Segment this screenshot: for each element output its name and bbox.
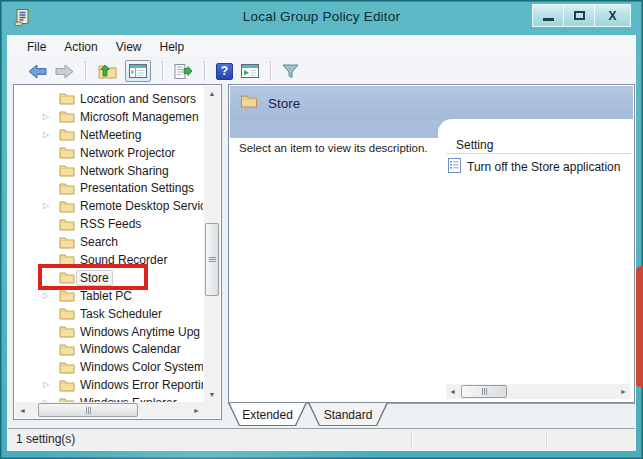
menu-bar: File Action View Help	[8, 36, 635, 58]
folder-icon	[59, 289, 75, 302]
scrollbar-thumb[interactable]	[205, 223, 219, 296]
tree-item[interactable]: Search	[15, 233, 203, 251]
tree-item-label: Windows Anytime Upg	[80, 325, 200, 339]
folder-icon	[59, 146, 75, 159]
scrollbar-corner	[204, 402, 220, 418]
results-pane: Store Setting	[228, 84, 635, 403]
tab-standard[interactable]: Standard	[308, 403, 388, 426]
description-hint: Select an item to view its description.	[239, 142, 438, 154]
tree-item-label: Microsoft Managemen	[80, 110, 199, 124]
close-button[interactable]: X	[595, 5, 630, 26]
tab-extended-label: Extended	[228, 403, 307, 426]
console-tree-pane: Location and Sensors Microsoft Managemen	[13, 84, 222, 420]
tree-item[interactable]: Presentation Settings	[15, 179, 203, 197]
settings-list-panel: Setting Turn off the Stor	[438, 119, 633, 401]
tree-item[interactable]: NetMeeting	[15, 126, 203, 144]
forward-arrow-icon	[55, 64, 74, 79]
menu-file[interactable]: File	[18, 37, 55, 57]
help-icon: ?	[216, 63, 233, 80]
column-header-underline	[446, 153, 631, 154]
menu-view[interactable]: View	[107, 37, 151, 57]
tree-item-label: Search	[80, 235, 118, 249]
tree-item[interactable]: Remote Desktop Servic	[15, 197, 203, 215]
status-divider	[546, 431, 547, 448]
help-button[interactable]: ?	[216, 63, 233, 80]
scroll-left-icon[interactable]: ◄	[15, 402, 30, 418]
folder-icon	[59, 379, 75, 392]
tree-list: Location and Sensors Microsoft Managemen	[15, 86, 203, 402]
toolbar-separator	[204, 61, 205, 81]
export-list-button[interactable]	[174, 64, 193, 79]
show-hide-console-tree-button[interactable]	[125, 60, 151, 82]
status-bar: 1 setting(s)	[8, 428, 635, 450]
tree-item-label: Network Sharing	[80, 164, 169, 178]
tab-extended[interactable]: Extended	[228, 403, 307, 426]
folder-icon	[59, 361, 75, 374]
scroll-right-icon[interactable]: ►	[617, 384, 630, 399]
scroll-right-icon[interactable]: ►	[189, 402, 204, 418]
export-list-icon	[174, 64, 193, 79]
window-content: File Action View Help	[8, 36, 635, 450]
folder-icon	[59, 92, 75, 105]
maximize-icon	[574, 11, 585, 20]
tree-item[interactable]: Location and Sensors	[15, 90, 203, 108]
titlebar[interactable]: Local Group Policy Editor X	[0, 0, 643, 36]
status-divider	[411, 431, 412, 448]
tree-item[interactable]: Windows Explorer	[15, 394, 203, 402]
folder-icon	[59, 128, 75, 141]
tree-item-label: NetMeeting	[80, 128, 141, 142]
filter-button[interactable]	[282, 64, 299, 79]
scrollbar-thumb[interactable]	[38, 403, 138, 417]
tree-vertical-scrollbar[interactable]: ▲ ▼	[204, 86, 220, 402]
scroll-left-icon[interactable]: ◄	[446, 384, 459, 399]
folder-icon	[59, 236, 75, 249]
expand-icon[interactable]	[43, 202, 59, 210]
folder-icon	[59, 343, 75, 356]
tree-item[interactable]: Task Scheduler	[15, 305, 203, 323]
settings-horizontal-scrollbar[interactable]: ◄ ►	[446, 384, 630, 399]
maximize-button[interactable]	[564, 5, 595, 26]
tree-item[interactable]: Windows Error Reportin	[15, 376, 203, 394]
minimize-button[interactable]	[533, 5, 564, 26]
tree-item-label: Windows Color System	[80, 360, 203, 374]
tree-item-label: Presentation Settings	[80, 181, 194, 195]
window-controls: X	[532, 4, 631, 27]
tree-item[interactable]: Network Projector	[15, 144, 203, 162]
results-pane-title: Store	[268, 96, 300, 111]
forward-button[interactable]	[55, 64, 74, 79]
tree-item-label: Tablet PC	[80, 289, 132, 303]
show-properties-window-button[interactable]	[241, 64, 259, 78]
tree-item[interactable]: Network Sharing	[15, 162, 203, 180]
expand-icon[interactable]	[43, 113, 59, 121]
scroll-up-icon[interactable]: ▲	[204, 86, 220, 101]
expand-icon[interactable]	[43, 381, 59, 389]
menu-help[interactable]: Help	[151, 37, 194, 57]
back-button[interactable]	[28, 64, 47, 79]
setting-column-header[interactable]: Setting	[456, 138, 493, 152]
toolbar-separator	[162, 61, 163, 81]
scrollbar-thumb[interactable]	[461, 385, 507, 398]
up-one-level-button[interactable]	[97, 63, 117, 79]
scroll-down-icon[interactable]: ▼	[204, 387, 220, 402]
menu-action[interactable]: Action	[55, 37, 106, 57]
expand-icon[interactable]	[43, 292, 59, 300]
tree-item[interactable]: RSS Feeds	[15, 215, 203, 233]
folder-icon	[59, 182, 75, 195]
expand-icon[interactable]	[43, 131, 59, 139]
folder-icon	[59, 200, 75, 213]
folder-icon	[59, 325, 75, 338]
toolbar: ?	[8, 58, 635, 84]
tree-item[interactable]: Microsoft Managemen	[15, 108, 203, 126]
tree-item[interactable]: Windows Anytime Upg	[15, 323, 203, 341]
tree-item[interactable]: Windows Color System	[15, 358, 203, 376]
folder-icon	[59, 164, 75, 177]
tree-item[interactable]: Windows Calendar	[15, 340, 203, 358]
minimize-icon	[543, 18, 554, 21]
tree-item-label: RSS Feeds	[80, 217, 141, 231]
tree-horizontal-scrollbar[interactable]: ◄ ►	[15, 402, 204, 418]
setting-item[interactable]: Turn off the Store application	[448, 158, 620, 176]
setting-item-label: Turn off the Store application	[467, 160, 620, 174]
tree-item-label: Windows Error Reportin	[80, 378, 203, 392]
toolbar-separator	[85, 61, 86, 81]
back-arrow-icon	[28, 64, 47, 79]
